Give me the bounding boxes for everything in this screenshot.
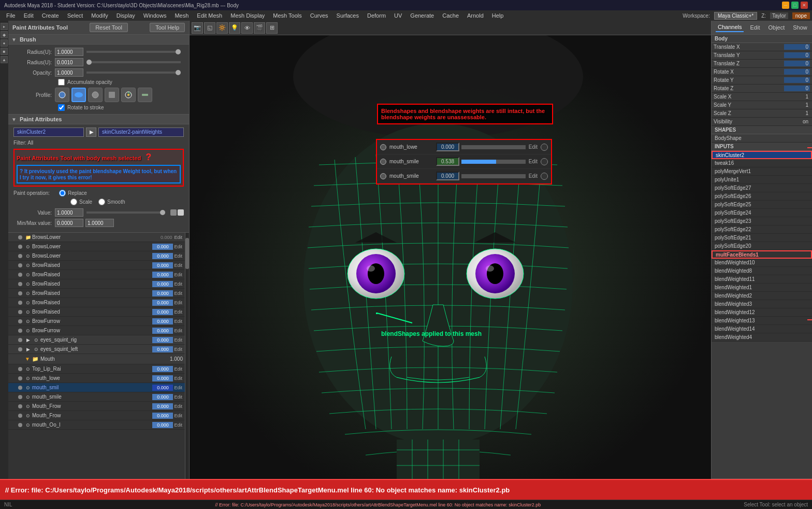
- blend-weighted2[interactable]: blendWeighted2: [712, 292, 812, 300]
- vp-icon-show[interactable]: 👁: [241, 22, 253, 34]
- blend-weighted14[interactable]: blendWeighted14: [712, 325, 812, 333]
- brow-raised-3-edit[interactable]: Edit: [174, 281, 182, 287]
- profile-icon-1[interactable]: [55, 88, 69, 102]
- menu-create[interactable]: Create: [38, 11, 63, 20]
- poly-unite1[interactable]: polyUnite1: [712, 176, 812, 184]
- poly-soft-edge23[interactable]: polySoftEdge23: [712, 217, 812, 225]
- blend-weighted8[interactable]: blendWeighted8: [712, 267, 812, 275]
- menu-cache[interactable]: Cache: [438, 11, 463, 20]
- paint-op-scale[interactable]: Scale: [70, 199, 92, 205]
- popup-mouth-smile-2-slider[interactable]: [461, 174, 526, 178]
- radius-u2-input[interactable]: [55, 58, 83, 66]
- menu-display[interactable]: Display: [112, 11, 139, 20]
- skin-cluster2-item[interactable]: skinCluster2: [712, 151, 812, 159]
- blend-weighted4[interactable]: blendWeighted4: [712, 333, 812, 342]
- vp-icon-display[interactable]: ◱: [204, 22, 215, 34]
- poly-soft-edge25[interactable]: polySoftEdge25: [712, 201, 812, 209]
- opacity-track[interactable]: [86, 72, 181, 74]
- tool-help-btn[interactable]: Tool Help: [150, 23, 185, 32]
- paint-op-replace[interactable]: Replace: [59, 190, 87, 196]
- tweak16-item[interactable]: tweak16: [712, 159, 812, 167]
- weights-dropdown[interactable]: skinCluster2-paintWeights: [98, 128, 184, 137]
- brow-raised-6-edit[interactable]: Edit: [174, 309, 182, 315]
- mouth-lowe-edit[interactable]: Edit: [174, 376, 182, 381]
- radius-u1-track[interactable]: [86, 51, 181, 53]
- blend-weighted13[interactable]: blendWeighted13: [712, 317, 812, 325]
- blend-weighted10[interactable]: blendWeighted10: [712, 259, 812, 267]
- rotate-y-val[interactable]: 0: [784, 77, 810, 83]
- brows-lower-edit[interactable]: Edit: [174, 235, 182, 240]
- menu-deform[interactable]: Deform: [363, 11, 390, 20]
- strip-icon-2[interactable]: ◆: [1, 31, 8, 38]
- menu-help[interactable]: Help: [488, 11, 508, 20]
- max-val-input[interactable]: [85, 219, 114, 227]
- vp-icon-shading[interactable]: 🔆: [216, 22, 228, 34]
- popup-mouth-lowe-slider[interactable]: [461, 145, 526, 149]
- poly-soft-edge20[interactable]: polySoftEdge20: [712, 242, 812, 250]
- minimize-btn[interactable]: ─: [782, 2, 789, 9]
- menu-windows[interactable]: Windows: [139, 11, 171, 20]
- popup-mouth-smile-2-val[interactable]: [436, 172, 459, 180]
- value-pencil-icon[interactable]: ✏: [178, 209, 184, 216]
- mouth-smil-edit[interactable]: Edit: [174, 385, 182, 390]
- maximize-btn[interactable]: □: [791, 2, 799, 9]
- menu-curves[interactable]: Curves: [306, 11, 332, 20]
- strip-icon-3[interactable]: ●: [1, 39, 8, 47]
- show-tab[interactable]: Show: [791, 23, 809, 32]
- profile-icon-3[interactable]: [88, 88, 103, 102]
- eyes-squint-rig-edit[interactable]: Edit: [174, 337, 182, 343]
- menu-surfaces[interactable]: Surfaces: [332, 11, 363, 20]
- blend-weighted11[interactable]: blendWeighted11: [712, 275, 812, 284]
- rotate-stroke-checkbox[interactable]: [58, 104, 65, 111]
- viewport[interactable]: 📷 ◱ 🔆 💡 👁 🎬 ⊞ Verts: 236241 Edges: 46888…: [190, 21, 711, 509]
- brush-section-header[interactable]: ▼ Brush: [8, 35, 189, 45]
- body-shape-item[interactable]: BodyShape: [712, 134, 812, 143]
- menu-arnold[interactable]: Arnold: [463, 11, 488, 20]
- scale-y-val[interactable]: 1: [784, 102, 810, 108]
- popup-mouth-smile-1-val[interactable]: [436, 157, 459, 166]
- vp-icon-lighting[interactable]: 💡: [229, 22, 240, 34]
- vp-icon-render[interactable]: 🎬: [254, 22, 265, 34]
- mult-face-blends1[interactable]: multFaceBlends1: [712, 250, 812, 259]
- radius-u2-track[interactable]: [86, 61, 181, 63]
- menu-edit[interactable]: Edit: [20, 11, 38, 20]
- opacity-thumb[interactable]: [176, 70, 181, 75]
- menu-mesh-tools[interactable]: Mesh Tools: [269, 11, 306, 20]
- scale-x-val[interactable]: 1: [784, 94, 810, 100]
- close-btn[interactable]: ✕: [801, 2, 808, 9]
- poly-soft-edge24[interactable]: polySoftEdge24: [712, 209, 812, 217]
- strip-icon-1[interactable]: ▸: [1, 23, 8, 30]
- vp-icon-camera[interactable]: 📷: [192, 22, 203, 34]
- blend-scroll-thumb[interactable]: [185, 238, 189, 269]
- menu-uv[interactable]: UV: [390, 11, 406, 20]
- edit-tab[interactable]: Edit: [748, 23, 762, 32]
- rotate-z-val[interactable]: 0: [784, 86, 810, 91]
- popup-mouth-lowe-edit[interactable]: Edit: [529, 144, 538, 150]
- blend-weighted3[interactable]: blendWeighted3: [712, 300, 812, 308]
- mouth-oo-l-edit[interactable]: Edit: [174, 422, 182, 428]
- poly-merge-vert1[interactable]: polyMergeVert1: [712, 167, 812, 176]
- popup-mouth-smile-2-edit[interactable]: Edit: [529, 173, 538, 179]
- workspace-dropdown[interactable]: Maya Classic+*: [714, 12, 757, 20]
- reset-tool-btn[interactable]: Reset Tool: [90, 23, 128, 32]
- menu-mesh[interactable]: Mesh: [170, 11, 193, 20]
- blend-scrollbar[interactable]: [185, 233, 189, 509]
- poly-soft-edge26[interactable]: polySoftEdge26: [712, 192, 812, 201]
- mouth-smile-edit[interactable]: Edit: [174, 394, 182, 400]
- poly-soft-edge22[interactable]: polySoftEdge22: [712, 225, 812, 234]
- poly-soft-edge21[interactable]: polySoftEdge21: [712, 234, 812, 242]
- brow-furrow-2-edit[interactable]: Edit: [174, 328, 182, 333]
- radius-u2-thumb[interactable]: [86, 60, 92, 65]
- translate-x-val[interactable]: 0: [784, 44, 810, 50]
- value-thumb[interactable]: [160, 210, 165, 215]
- eyes-squint-left-edit[interactable]: Edit: [174, 347, 182, 352]
- accumulate-checkbox[interactable]: [58, 79, 65, 86]
- menu-mesh-display[interactable]: Mesh Display: [226, 11, 269, 20]
- brows-lower-2-edit[interactable]: Edit: [174, 253, 182, 259]
- scale-z-val[interactable]: 1: [784, 110, 810, 116]
- profile-icon-6[interactable]: [138, 88, 152, 102]
- vp-icon-panels[interactable]: ⊞: [266, 22, 278, 34]
- top-lip-raise-edit[interactable]: Edit: [174, 366, 182, 372]
- popup-mouth-lowe-val[interactable]: [436, 143, 459, 151]
- cluster-arrow-btn[interactable]: ▶: [86, 128, 96, 137]
